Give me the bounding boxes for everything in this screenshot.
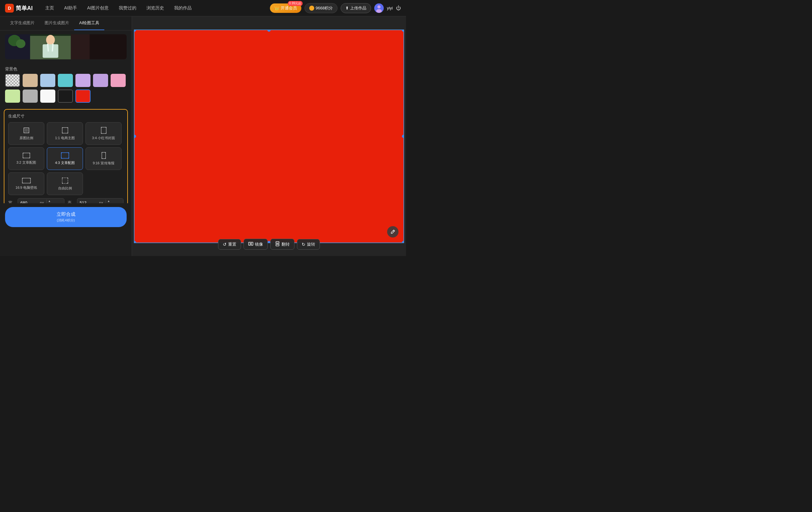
nav-liked[interactable]: 我赞过的 (114, 0, 141, 16)
nav-history[interactable]: 浏览历史 (141, 0, 169, 16)
svg-rect-9 (43, 44, 58, 58)
logo-text: 简单AI (16, 4, 33, 12)
generate-button[interactable]: 立即合成 (消耗4积分) (5, 207, 127, 227)
size-btn-1x1[interactable]: 1:1 电商主图 (47, 122, 83, 145)
size-btn-free[interactable]: 自由比例 (47, 173, 83, 195)
color-swatch-cyan[interactable] (58, 74, 73, 87)
rotate-button[interactable]: ↻ 旋转 (297, 239, 320, 250)
coin-icon (309, 6, 314, 11)
color-grid (0, 74, 132, 107)
size-label-3x2: 3:2 文章配图 (16, 160, 36, 165)
vip-price-badge: 0.99元起 (288, 1, 302, 6)
upload-icon: ⬆ (345, 6, 349, 10)
avatar[interactable] (374, 3, 384, 13)
svg-rect-16 (62, 127, 68, 133)
right-canvas: ↺ 重置 镜像 (132, 16, 406, 256)
vip-icon: 👑 (274, 6, 279, 10)
size-icon-1x1 (62, 127, 68, 134)
color-swatch-red[interactable] (76, 90, 90, 103)
edit-button[interactable] (387, 226, 399, 238)
svg-rect-15 (25, 129, 28, 132)
size-title: 生成尺寸 (8, 113, 123, 119)
flip-button[interactable]: 翻转 (270, 239, 294, 250)
svg-rect-25 (101, 127, 106, 133)
username[interactable]: yiyi (387, 6, 393, 10)
width-up-arrow[interactable]: ▲ (47, 200, 52, 203)
vip-button[interactable]: 👑 开通会员 0.99元起 (270, 3, 301, 13)
power-icon[interactable]: ⏻ (396, 5, 401, 11)
mirror-button[interactable]: 镜像 (243, 239, 268, 250)
image-preview (5, 34, 127, 59)
header-right: 👑 开通会员 0.99元起 9668积分 ⬆ 上传作品 yiyi ⏻ (270, 3, 401, 13)
size-btn-3x2[interactable]: 3:2 文章配图 (8, 147, 44, 170)
logo-icon: D (5, 4, 14, 12)
color-swatch-gray[interactable] (23, 90, 38, 103)
color-swatch-black[interactable] (58, 90, 73, 103)
size-icon-16x9 (22, 178, 31, 184)
logo-area: D 简单AI (5, 4, 33, 12)
size-btn-16x9[interactable]: 16:9 电脑壁纸 (8, 173, 44, 195)
handle-middle-right[interactable] (402, 135, 404, 138)
nav-ai-image-creative[interactable]: AI图片创意 (82, 0, 114, 16)
svg-rect-70 (62, 178, 68, 183)
left-panel: 文字生成图片 图片生成图片 AI绘图工具 (0, 16, 132, 256)
color-swatch-pink[interactable] (111, 74, 126, 87)
size-btn-3x4[interactable]: 3:4 小红书封面 (85, 122, 122, 145)
tab-ai-draw-tool[interactable]: AI绘图工具 (74, 16, 104, 30)
main-layout: 文字生成图片 图片生成图片 AI绘图工具 (0, 16, 406, 256)
color-swatch-white[interactable] (40, 90, 55, 103)
size-label-3x4: 3:4 小红书封面 (92, 136, 115, 141)
size-icon-3x2 (23, 153, 30, 159)
svg-rect-13 (90, 34, 127, 59)
rotate-label: 旋转 (307, 242, 315, 247)
color-swatch-beige[interactable] (23, 74, 38, 87)
size-label-1x1: 1:1 电商主图 (55, 136, 75, 141)
upload-button[interactable]: ⬆ 上传作品 (341, 3, 371, 13)
size-btn-4x3[interactable]: 4:3 文章配图 (47, 147, 83, 170)
points-button[interactable]: 9668积分 (304, 3, 338, 13)
size-icon-free (62, 177, 68, 185)
flip-label: 翻转 (282, 242, 290, 247)
svg-rect-61 (22, 178, 30, 183)
size-label-9x16: 9:16 宣传海报 (93, 161, 114, 165)
svg-point-1 (377, 5, 381, 8)
reset-button[interactable]: ↺ 重置 (218, 239, 241, 250)
generate-label: 立即合成 (57, 211, 76, 217)
nav-ai-assistant[interactable]: AI助手 (59, 0, 82, 16)
color-swatch-sky-blue[interactable] (40, 74, 55, 87)
svg-line-95 (393, 231, 394, 232)
vip-label: 开通会员 (281, 5, 297, 11)
bg-color-title: 背景色 (0, 63, 132, 74)
handle-top-right[interactable] (402, 30, 404, 32)
height-up-arrow[interactable]: ▲ (106, 200, 111, 203)
svg-rect-100 (276, 244, 279, 246)
size-btn-9x16[interactable]: 9:16 宣传海报 (85, 147, 122, 170)
nav-works[interactable]: 我的作品 (169, 0, 197, 16)
color-swatch-light-green[interactable] (5, 90, 20, 103)
size-grid: 原图比例 (8, 122, 123, 195)
svg-rect-96 (249, 242, 250, 245)
canvas-area (134, 30, 404, 243)
canvas-background (135, 30, 404, 242)
upload-label: 上传作品 (350, 5, 367, 11)
tabs: 文字生成图片 图片生成图片 AI绘图工具 (0, 16, 132, 30)
size-label-16x9: 16:9 电脑壁纸 (16, 185, 37, 190)
color-swatch-light-purple[interactable] (93, 74, 108, 87)
canvas-image[interactable] (134, 30, 404, 243)
tab-text-to-image[interactable]: 文字生成图片 (5, 16, 39, 30)
reset-icon: ↺ (223, 242, 227, 247)
size-icon-9x16 (102, 152, 106, 159)
handle-bottom-right[interactable] (402, 241, 404, 243)
size-label-original: 原图比例 (20, 136, 33, 141)
generate-sub-label: (消耗4积分) (57, 218, 75, 223)
rotate-icon: ↻ (302, 242, 306, 247)
svg-rect-52 (102, 152, 106, 159)
color-swatch-lavender[interactable] (76, 74, 90, 87)
nav-home[interactable]: 主页 (40, 0, 59, 16)
mirror-label: 镜像 (255, 242, 263, 247)
color-swatch-transparent[interactable] (5, 74, 20, 87)
size-btn-original[interactable]: 原图比例 (8, 122, 44, 145)
tab-image-to-image[interactable]: 图片生成图片 (39, 16, 74, 30)
svg-point-6 (16, 39, 25, 48)
size-icon-3x4 (101, 127, 107, 134)
